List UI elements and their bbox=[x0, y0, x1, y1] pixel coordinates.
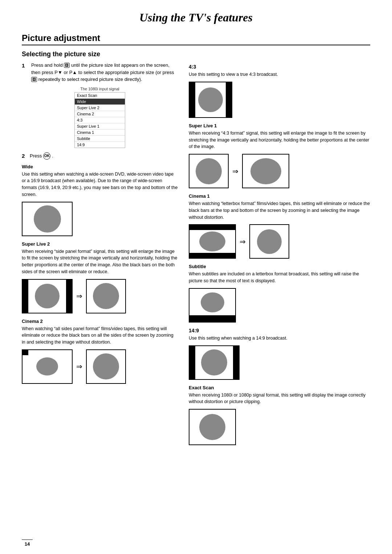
section-title: Picture adjustment bbox=[22, 33, 370, 45]
ratio-43-diagram bbox=[189, 82, 370, 118]
super-live-1-diagram: ⇒ bbox=[189, 154, 370, 188]
super-live-2-circle-after bbox=[93, 283, 119, 309]
subtitle-box: Subtitle bbox=[189, 288, 236, 323]
step-2: 2 Press OK . bbox=[22, 152, 178, 160]
menu-item-wide-highlighted: Wide bbox=[75, 99, 125, 105]
wide-diagram bbox=[22, 202, 178, 236]
menu-item-subtitle: Subtitle bbox=[75, 136, 125, 142]
super-live-2-diagram: ⇒ bbox=[22, 279, 178, 313]
menu-item-149: 14:9 bbox=[75, 142, 125, 148]
ratio-43-label: 4:3 bbox=[189, 64, 370, 70]
arrow-icon-3: ⇒ bbox=[232, 167, 238, 176]
page-number: 14 bbox=[22, 539, 33, 547]
super-live-2-label: Super Live 2 bbox=[22, 241, 178, 247]
cinema-1-circle-before bbox=[199, 231, 225, 251]
super-live-2-circle-before bbox=[35, 284, 60, 308]
ratio-43-box bbox=[189, 82, 232, 118]
menu-diagram-area: The 1080i input signal Exact Scan Wide S… bbox=[22, 87, 178, 148]
right-column: 4:3 Use this setting to view a true 4:3 … bbox=[189, 62, 370, 450]
step-2-number: 2 bbox=[22, 153, 28, 159]
cinema-1-before bbox=[189, 224, 236, 259]
arrow-icon-4: ⇒ bbox=[240, 237, 246, 246]
cinema-2-circle-after bbox=[93, 353, 119, 379]
exact-scan-circle bbox=[199, 414, 225, 440]
arrow-icon-2: ⇒ bbox=[76, 362, 82, 371]
subtitle-diagram: Subtitle bbox=[189, 288, 370, 323]
menu-caption: The 1080i input signal bbox=[22, 87, 178, 91]
ratio-149-diagram bbox=[189, 345, 370, 380]
exact-scan-diagram bbox=[189, 409, 370, 445]
page-title: Using the TV's features bbox=[22, 11, 370, 24]
menu-item-exact-scan: Exact Scan bbox=[75, 93, 125, 99]
cinema-1-body: When watching “letterbox format” films/v… bbox=[189, 200, 370, 221]
menu-item-cinema-2: Cinema 2 bbox=[75, 111, 125, 117]
cinema-2-body: When watching “all sides panel format” f… bbox=[22, 325, 178, 346]
cinema-1-diagram: ⇒ bbox=[189, 224, 370, 259]
cinema-2-after bbox=[86, 349, 126, 384]
super-live-1-body: When receiving “4:3 format” signal, this… bbox=[189, 130, 370, 150]
cinema-1-circle-after bbox=[257, 229, 282, 254]
cinema-1-after bbox=[249, 224, 289, 259]
menu-box: Exact Scan Wide Super Live 2 Cinema 2 4:… bbox=[74, 92, 125, 148]
menu-item-cinema-1: Cinema 1 bbox=[75, 130, 125, 136]
menu-item-43: 4:3 bbox=[75, 117, 125, 123]
super-live-1-after bbox=[242, 154, 289, 188]
subtitle-body: When subtitles are included on a letterb… bbox=[189, 271, 370, 284]
subtitle-diagram-label: Subtitle bbox=[189, 317, 235, 320]
wide-body: Use this setting when watching a wide-sc… bbox=[22, 171, 178, 198]
menu-item-super-live-2: Super Live 2 bbox=[75, 105, 125, 111]
super-live-2-before bbox=[22, 279, 73, 313]
step-1-text: Press and hold ⚅ until the picture size … bbox=[31, 62, 178, 83]
wide-label: Wide bbox=[22, 164, 178, 169]
exact-scan-label: Exact Scan bbox=[189, 385, 370, 390]
ratio-43-circle bbox=[198, 87, 223, 112]
wide-circle bbox=[34, 205, 61, 233]
subtitle-circle bbox=[201, 292, 224, 312]
ok-button-icon: OK bbox=[43, 152, 50, 160]
arrow-icon: ⇒ bbox=[76, 292, 82, 300]
step-1: 1 Press and hold ⚅ until the picture siz… bbox=[22, 62, 178, 83]
ratio-149-label: 14:9 bbox=[189, 328, 370, 333]
super-live-2-after bbox=[86, 279, 126, 313]
ratio-43-body: Use this setting to view a true 4:3 broa… bbox=[189, 71, 370, 78]
step-1-number: 1 bbox=[22, 62, 28, 83]
cinema-2-before bbox=[22, 349, 73, 384]
super-live-1-circle-before bbox=[196, 158, 222, 184]
super-live-1-label: Super Live 1 bbox=[189, 123, 370, 128]
exact-scan-box bbox=[189, 409, 236, 445]
super-live-2-body: When receiving “side panel format” signa… bbox=[22, 248, 178, 275]
cinema-2-circle-before bbox=[36, 357, 58, 376]
subsection-title: Selecting the picture size bbox=[22, 50, 370, 58]
cinema-2-diagram: ⇒ bbox=[22, 349, 178, 384]
cinema-1-label: Cinema 1 bbox=[189, 193, 370, 199]
left-column: 1 Press and hold ⚅ until the picture siz… bbox=[22, 62, 178, 450]
page: Using the TV's features Picture adjustme… bbox=[0, 0, 392, 554]
main-content: 1 Press and hold ⚅ until the picture siz… bbox=[22, 62, 370, 450]
subtitle-label: Subtitle bbox=[189, 264, 370, 269]
step-2-prefix: Press bbox=[30, 153, 42, 159]
cinema-2-label: Cinema 2 bbox=[22, 319, 178, 324]
ratio-149-circle bbox=[201, 349, 227, 376]
ratio-149-box bbox=[189, 345, 240, 380]
super-live-1-before bbox=[189, 154, 229, 188]
step-2-suffix: . bbox=[52, 153, 53, 159]
wide-diagram-box bbox=[22, 202, 73, 236]
super-live-1-circle-after bbox=[250, 158, 281, 184]
exact-scan-body: When receiving 1080i or 1080p signal for… bbox=[189, 392, 370, 406]
ratio-149-body: Use this setting when watching a 14:9 br… bbox=[189, 335, 370, 342]
menu-item-super-live-1: Super Live 1 bbox=[75, 123, 125, 130]
